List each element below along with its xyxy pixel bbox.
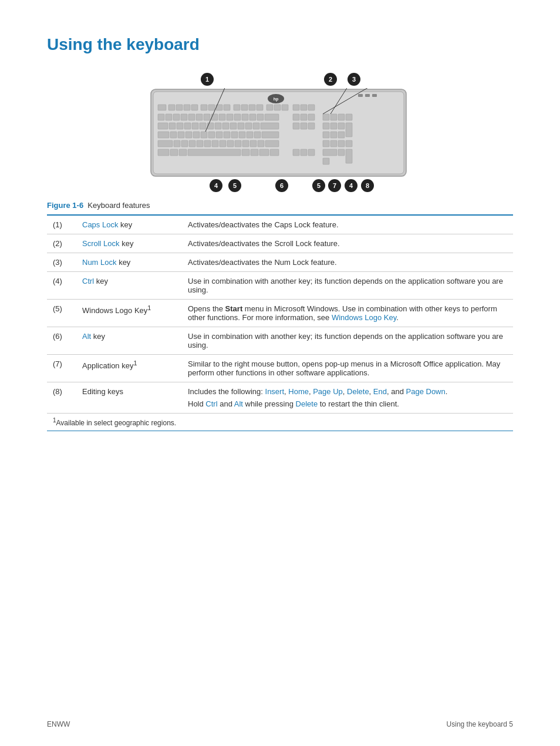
svg-rect-23: [293, 105, 299, 110]
svg-rect-102: [338, 140, 345, 147]
svg-rect-104: [158, 149, 169, 156]
svg-rect-103: [346, 140, 352, 147]
svg-rect-28: [173, 114, 180, 120]
row-1-key: Caps Lock key: [76, 215, 182, 234]
callout-4a: 4: [210, 179, 222, 192]
svg-rect-7: [158, 105, 166, 110]
svg-text:hp: hp: [274, 97, 279, 102]
svg-rect-93: [220, 140, 226, 147]
svg-rect-16: [234, 105, 240, 110]
svg-rect-109: [251, 149, 258, 156]
svg-rect-34: [219, 114, 225, 120]
row-8-key: Editing keys: [76, 382, 182, 414]
svg-rect-73: [193, 132, 200, 138]
svg-rect-17: [241, 105, 248, 110]
svg-rect-63: [301, 123, 307, 129]
svg-rect-65: [323, 123, 329, 129]
features-table: (1) Caps Lock key Activates/deactivates …: [47, 214, 513, 431]
svg-rect-45: [330, 114, 337, 120]
svg-rect-60: [253, 123, 259, 129]
row-6-desc: Use in combination with another key; its…: [182, 327, 513, 355]
svg-rect-82: [262, 132, 279, 138]
svg-rect-56: [222, 123, 229, 129]
row-5-num: (5): [47, 300, 76, 327]
svg-rect-18: [249, 105, 255, 110]
svg-rect-96: [242, 140, 249, 147]
row-7-key: Application key1: [76, 355, 182, 382]
svg-rect-70: [170, 132, 177, 138]
svg-rect-87: [174, 140, 180, 147]
callout-2: 2: [324, 73, 337, 86]
svg-rect-9: [176, 105, 183, 110]
svg-rect-8: [168, 105, 175, 110]
svg-rect-39: [257, 114, 264, 120]
svg-rect-48: [158, 123, 168, 129]
svg-rect-40: [265, 114, 279, 120]
svg-rect-110: [259, 149, 269, 156]
svg-rect-42: [301, 114, 307, 120]
callout-1: 1: [201, 73, 214, 86]
svg-rect-67: [338, 123, 345, 129]
svg-rect-44: [323, 114, 329, 120]
row-1-desc: Activates/deactivates the Caps Lock feat…: [182, 215, 513, 234]
row-6-key: Alt key: [76, 327, 182, 355]
figure-caption: Figure 1-6 Keyboard features: [47, 201, 513, 210]
row-3-key: Num Lock key: [76, 253, 182, 272]
svg-rect-49: [169, 123, 176, 129]
svg-rect-99: [265, 140, 279, 147]
svg-rect-20: [266, 105, 273, 110]
svg-rect-91: [204, 140, 211, 147]
svg-rect-101: [330, 140, 337, 147]
row-3-num: (3): [47, 253, 76, 272]
row-5-key: Windows Logo Key1: [76, 300, 182, 327]
svg-rect-19: [257, 105, 263, 110]
svg-rect-15: [224, 105, 230, 110]
footnote: 1Available in select geographic regions.: [53, 419, 176, 427]
footer-left: ENWW: [47, 720, 70, 728]
svg-rect-11: [191, 105, 198, 110]
svg-rect-75: [208, 132, 215, 138]
svg-rect-21: [274, 105, 281, 110]
callout-6: 6: [275, 179, 288, 192]
svg-rect-52: [192, 123, 198, 129]
row-7-num: (7): [47, 355, 76, 382]
svg-rect-114: [308, 149, 315, 156]
svg-rect-35: [227, 114, 233, 120]
row-7-desc: Similar to the right mouse button, opens…: [182, 355, 513, 382]
svg-rect-94: [227, 140, 234, 147]
svg-rect-117: [346, 149, 352, 163]
svg-rect-66: [330, 123, 337, 129]
row-4-num: (4): [47, 272, 76, 300]
callout-8: 8: [361, 179, 374, 192]
svg-rect-32: [204, 114, 210, 120]
callout-5b: 5: [312, 179, 325, 192]
svg-rect-55: [215, 123, 221, 129]
svg-rect-59: [245, 123, 252, 129]
svg-rect-86: [158, 140, 173, 147]
footer-right: Using the keyboard 5: [447, 720, 513, 728]
svg-rect-68: [346, 123, 352, 137]
row-2-key: Scroll Lock key: [76, 234, 182, 253]
svg-rect-106: [179, 149, 187, 156]
footer: ENWW Using the keyboard 5: [47, 720, 513, 728]
svg-rect-107: [188, 149, 241, 156]
row-2-num: (2): [47, 234, 76, 253]
row-6-num: (6): [47, 327, 76, 355]
svg-rect-4: [358, 94, 363, 97]
svg-rect-108: [242, 149, 249, 156]
svg-rect-105: [170, 149, 178, 156]
callout-7: 7: [328, 179, 341, 192]
svg-rect-69: [158, 132, 169, 138]
svg-rect-26: [158, 114, 164, 120]
svg-rect-30: [188, 114, 195, 120]
svg-rect-13: [208, 105, 215, 110]
svg-rect-27: [166, 114, 172, 120]
figure-caption-text: Keyboard features: [87, 201, 150, 210]
svg-rect-111: [270, 149, 279, 156]
row-8-num: (8): [47, 382, 76, 414]
svg-rect-6: [372, 94, 377, 97]
svg-rect-22: [282, 105, 288, 110]
svg-rect-89: [189, 140, 195, 147]
svg-rect-12: [201, 105, 207, 110]
svg-rect-118: [323, 158, 329, 164]
